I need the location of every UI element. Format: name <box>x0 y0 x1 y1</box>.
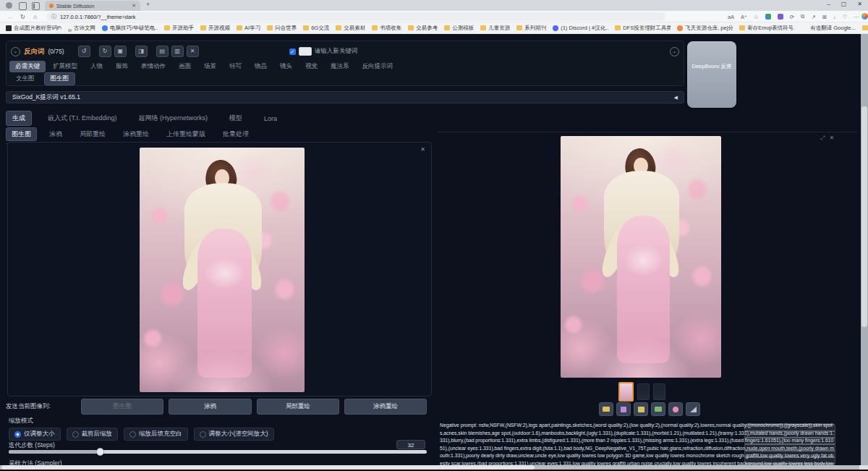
category-tab[interactable]: 表情动作 <box>135 61 171 72</box>
gallery-close-icon[interactable]: ✕ <box>829 135 834 142</box>
category-tab[interactable]: 特写 <box>224 61 247 72</box>
window-maximize-button[interactable]: ▢ <box>841 1 847 7</box>
img2img-tab[interactable]: 涂鸦 <box>44 128 67 140</box>
bookmark-item[interactable]: AI学习 <box>237 25 260 32</box>
bookmark-item[interactable]: 交易素材 <box>336 25 365 32</box>
bookmark-item[interactable]: 古诗文网 <box>68 22 95 34</box>
copilot-icon[interactable] <box>861 13 868 20</box>
steps-slider[interactable] <box>9 450 427 454</box>
toolbar-icon[interactable]: ↗ <box>811 14 815 20</box>
address-bar[interactable]: ⓘ 127.0.0.1:7860/?__theme=dark <box>46 12 665 21</box>
toolbar-icon[interactable]: aA <box>728 14 734 20</box>
resize-mode-option[interactable]: 裁剪后缩放 <box>67 428 119 441</box>
vertical-scrollbar-thumb[interactable] <box>861 106 867 327</box>
bookmark-item[interactable]: 有道翻译 Google... <box>808 25 856 32</box>
toolbar-icon[interactable]: A⁺ <box>741 14 747 20</box>
prompt-tool-button[interactable]: ↻ <box>99 46 111 57</box>
window-close-button[interactable]: ✕ <box>857 1 862 7</box>
tab-actions-icon[interactable] <box>19 2 27 10</box>
keyword-checkbox[interactable]: ✓ <box>289 48 296 55</box>
sixgod-accordion[interactable]: SixGod_K提示词 v1.65.1 ◀ <box>6 91 684 103</box>
source-image-preview[interactable] <box>140 148 305 392</box>
img2img-tab[interactable]: 上传重绘蒙版 <box>161 128 210 140</box>
gallery-action-button[interactable] <box>651 402 665 416</box>
toolbar-icon[interactable]: ☆ <box>754 14 759 20</box>
send-to-button[interactable]: 图生图 <box>81 399 163 415</box>
vertical-tabs-icon[interactable] <box>32 2 40 10</box>
bookmark-item[interactable]: 飞天资源仓库, pej分... <box>677 25 733 32</box>
gallery-action-button[interactable] <box>686 402 700 416</box>
profile-icon[interactable] <box>6 2 12 9</box>
main-tab[interactable]: 嵌入式 (T.I. Embedding) <box>42 111 123 125</box>
gallery-expand-icon[interactable]: ⤢ <box>820 135 825 142</box>
toolbar-icon[interactable]: ⊞ <box>822 14 827 20</box>
prompt-tool-button[interactable]: ◨ <box>135 46 148 57</box>
bookmark-item[interactable]: 电子书库 <box>862 25 868 32</box>
panel-chevron-icon[interactable]: ⌄ <box>11 47 20 56</box>
bookmark-item[interactable]: 儿童资源 <box>480 25 510 32</box>
keyword-input[interactable] <box>299 47 312 56</box>
slider-handle[interactable] <box>96 448 104 456</box>
img2img-tab[interactable]: 涂鸦重绘 <box>118 128 154 140</box>
browser-tab[interactable]: Stable Diffusion ✕ <box>45 1 140 11</box>
bookmark-item[interactable]: 合成图片教程密码Pol... <box>6 25 61 32</box>
gallery-action-button[interactable] <box>599 402 613 416</box>
bookmark-item[interactable]: 寄存Emoji表情符号... <box>739 25 795 32</box>
gallery-thumbnail[interactable] <box>653 383 665 400</box>
send-to-button[interactable]: 涂鸦重绘 <box>344 399 427 415</box>
category-tab[interactable]: 魔法系 <box>325 61 355 72</box>
bookmark-item[interactable]: 开源视频 <box>200 25 230 32</box>
category-tab[interactable]: 场景 <box>198 61 222 72</box>
category-tab[interactable]: 反向提示词 <box>357 61 399 72</box>
panel-collapse-icon[interactable]: ⌄ <box>670 47 679 56</box>
back-icon[interactable]: ← <box>7 13 14 20</box>
category-tab[interactable]: 必需关键 <box>9 61 46 72</box>
category-tab[interactable]: 物品 <box>249 61 273 72</box>
remove-image-icon[interactable]: ✕ <box>420 146 425 153</box>
category-tab[interactable]: 视觉 <box>299 61 323 72</box>
main-tab[interactable]: 超网络 (Hypernetworks) <box>133 111 214 125</box>
img2img-tab[interactable]: 图生图 <box>6 127 37 141</box>
bookmark-item[interactable]: 6G交流 <box>303 25 329 32</box>
img2img-tab[interactable]: 批量处理 <box>218 128 254 140</box>
send-to-button[interactable]: 涂鸦 <box>169 399 251 415</box>
bookmark-item[interactable]: DFS投资理财工具类.(p... <box>615 25 671 32</box>
bookmark-item[interactable]: 电脑技巧/华硕笔电... <box>102 25 158 32</box>
gallery-action-button[interactable] <box>634 402 648 416</box>
resize-mode-option[interactable]: 调整大小(潜空间放大) <box>194 428 274 441</box>
mode-tab[interactable]: 图生图 <box>44 72 76 85</box>
tab-close-icon[interactable]: ✕ <box>132 3 136 9</box>
mode-tab[interactable]: 文生图 <box>9 72 41 85</box>
toolbar-icon[interactable]: ⧉ <box>801 13 804 20</box>
category-tab[interactable]: 画面 <box>173 61 197 72</box>
home-icon[interactable]: ⌂ <box>33 13 37 20</box>
send-to-button[interactable]: 局部重绘 <box>257 399 339 415</box>
prompt-tool-button[interactable]: ▣ <box>114 46 127 57</box>
bookmark-item[interactable]: 开源助手 <box>164 25 194 32</box>
result-image-preview[interactable] <box>561 136 721 378</box>
gallery-thumbnail[interactable] <box>637 383 650 400</box>
toolbar-icon[interactable] <box>778 14 783 20</box>
category-tab[interactable]: 扩展模型 <box>47 61 83 72</box>
main-tab[interactable]: 生成 <box>6 111 32 126</box>
category-tab[interactable]: 镜头 <box>274 61 298 72</box>
gallery-action-button[interactable] <box>668 402 683 416</box>
steps-value-input[interactable]: 32 <box>396 440 425 449</box>
category-tab[interactable]: 人物 <box>85 61 109 72</box>
bookmark-item[interactable]: 系列期刊 <box>516 25 546 32</box>
main-tab[interactable]: Lora <box>258 113 283 124</box>
prompt-tool-button[interactable]: ▥ <box>171 46 184 57</box>
gallery-action-button[interactable] <box>616 402 631 416</box>
bookmark-item[interactable]: 书墙收集 <box>372 25 401 32</box>
resize-mode-option[interactable]: 仅调整大小 <box>9 428 61 441</box>
bookmark-item[interactable]: (1) Discord | #汉化... <box>553 25 608 32</box>
toolbar-icon[interactable] <box>765 14 771 20</box>
bookmark-item[interactable]: 公测模板 <box>444 25 474 32</box>
prompt-tool-button[interactable]: ✕ <box>187 46 199 57</box>
toolbar-icon[interactable]: ♡ <box>843 14 848 20</box>
gallery-thumbnail-selected[interactable] <box>618 382 634 402</box>
new-tab-button[interactable]: + <box>146 1 150 8</box>
bookmark-item[interactable]: 问合世界 <box>267 25 297 32</box>
img2img-tab[interactable]: 局部重绘 <box>75 128 111 140</box>
prompt-tool-button[interactable]: ▤ <box>156 46 169 57</box>
